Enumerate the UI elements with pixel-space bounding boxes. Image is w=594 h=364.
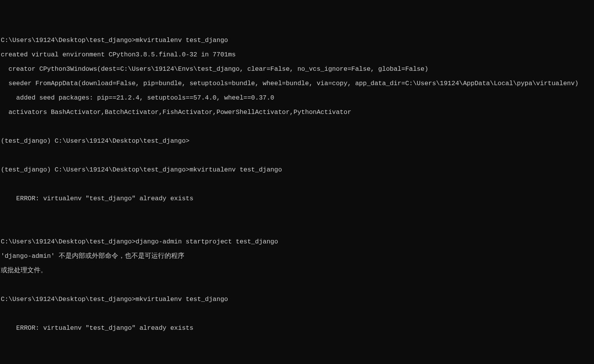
terminal-line <box>1 354 593 361</box>
error-line: ERROR: virtualenv "test_django" already … <box>1 325 593 332</box>
prompt-line: C:\Users\19124\Desktop\test_django>mkvir… <box>1 296 593 303</box>
error-line: ERROR: virtualenv "test_django" already … <box>1 195 593 203</box>
prompt-line: (test_django) C:\Users\19124\Desktop\tes… <box>1 166 593 174</box>
terminal-line: C:\Users\19124\Desktop\test_django>mkvir… <box>1 37 593 44</box>
terminal-line <box>1 339 593 346</box>
prompt-line: (test_django) C:\Users\19124\Desktop\tes… <box>1 138 593 145</box>
terminal-line <box>1 152 593 159</box>
prompt-line: C:\Users\19124\Desktop\test_django>djang… <box>1 238 593 246</box>
terminal-line <box>1 224 593 231</box>
terminal-line <box>1 310 593 318</box>
terminal-line <box>1 123 593 131</box>
terminal-line <box>1 181 593 188</box>
terminal-line: created virtual environment CPython3.8.5… <box>1 51 593 59</box>
error-line: 或批处理文件。 <box>1 267 593 275</box>
terminal-window[interactable]: C:\Users\19124\Desktop\test_django>mkvir… <box>0 29 594 364</box>
terminal-line: creator CPython3Windows(dest=C:\Users\19… <box>1 66 593 73</box>
terminal-line <box>1 282 593 289</box>
terminal-line: seeder FromAppData(download=False, pip=b… <box>1 80 593 88</box>
terminal-line: activators BashActivator,BatchActivator,… <box>1 109 593 116</box>
terminal-line <box>1 210 593 217</box>
terminal-line: added seed packages: pip==21.2.4, setupt… <box>1 94 593 102</box>
error-line: 'django-admin' 不是内部或外部命令，也不是可运行的程序 <box>1 253 593 260</box>
